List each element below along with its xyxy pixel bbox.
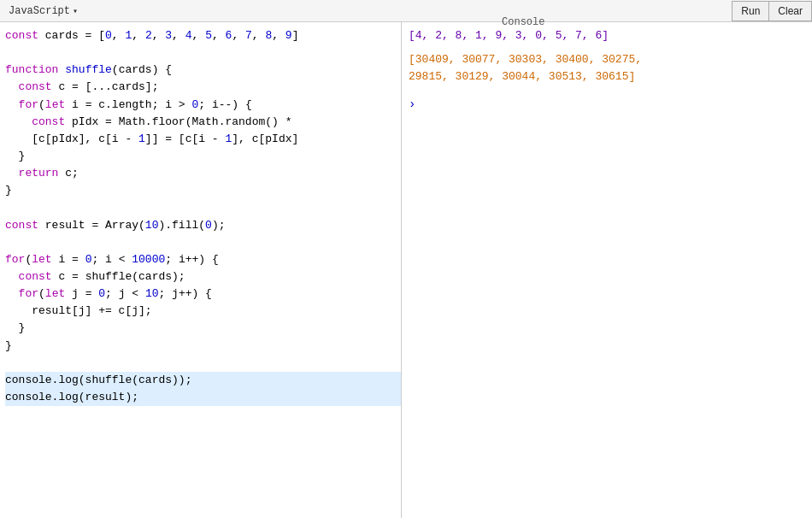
editor-pane[interactable]: const cards = [0, 1, 2, 3, 4, 5, 6, 7, 8… [0, 22, 402, 518]
top-bar-left: JavaScript ▾ [0, 3, 83, 19]
code-line-20 [5, 355, 401, 372]
code-editor: const cards = [0, 1, 2, 3, 4, 5, 6, 7, 8… [5, 27, 401, 406]
console-label: Console [502, 16, 544, 28]
chevron-down-icon: ▾ [73, 6, 78, 16]
code-line-10: } [5, 182, 401, 199]
code-line-19: } [5, 338, 401, 355]
language-selector[interactable]: JavaScript ▾ [3, 3, 83, 19]
code-line-1: const cards = [0, 1, 2, 3, 4, 5, 6, 7, 8… [5, 27, 401, 44]
clear-button[interactable]: Clear [768, 1, 812, 21]
code-line-3: function shuffle(cards) { [5, 62, 401, 79]
code-line-6: const pIdx = Math.floor(Math.random() * [5, 114, 401, 131]
console-output-line-2: [30409, 30077, 30303, 30400, 30275, [409, 53, 642, 66]
code-line-4: const c = [...cards]; [5, 79, 401, 96]
language-label: JavaScript [9, 5, 70, 17]
code-line-8: } [5, 148, 401, 165]
console-prompt-line: › [409, 96, 805, 115]
top-bar-actions: Run Clear [732, 1, 812, 21]
code-line-7: [c[pIdx], c[i - 1]] = [c[i - 1], c[pIdx] [5, 131, 401, 148]
console-output-line-1: [4, 2, 8, 1, 9, 3, 0, 5, 7, 6] [409, 27, 805, 44]
main-content: const cards = [0, 1, 2, 3, 4, 5, 6, 7, 8… [0, 22, 812, 518]
console-output: [4, 2, 8, 1, 9, 3, 0, 5, 7, 6] [30409, 3… [409, 27, 805, 115]
code-line-5: for(let i = c.length; i > 0; i--) { [5, 97, 401, 114]
code-line-18: } [5, 320, 401, 337]
console-pane[interactable]: [4, 2, 8, 1, 9, 3, 0, 5, 7, 6] [30409, 3… [402, 22, 812, 518]
code-line-15: const c = shuffle(cards); [5, 268, 401, 285]
code-line-16: for(let j = 0; j < 10; j++) { [5, 285, 401, 303]
console-output-line-3: 29815, 30129, 30044, 30513, 30615] [409, 70, 635, 83]
code-line-2 [5, 44, 401, 62]
code-line-12: const result = Array(10).fill(0); [5, 217, 401, 234]
code-line-22: console.log(result); [5, 389, 401, 406]
code-line-9: return c; [5, 165, 401, 182]
console-prompt-icon: › [409, 97, 415, 111]
code-line-21: console.log(shuffle(cards)); [5, 372, 401, 389]
top-bar: JavaScript ▾ Console Run Clear [0, 0, 812, 22]
run-button[interactable]: Run [732, 1, 768, 21]
code-line-13 [5, 234, 401, 251]
code-line-11 [5, 199, 401, 216]
code-line-14: for(let i = 0; i < 10000; i++) { [5, 251, 401, 268]
code-line-17: result[j] += c[j]; [5, 303, 401, 320]
console-output-group2: [30409, 30077, 30303, 30400, 30275, 2981… [409, 51, 805, 85]
